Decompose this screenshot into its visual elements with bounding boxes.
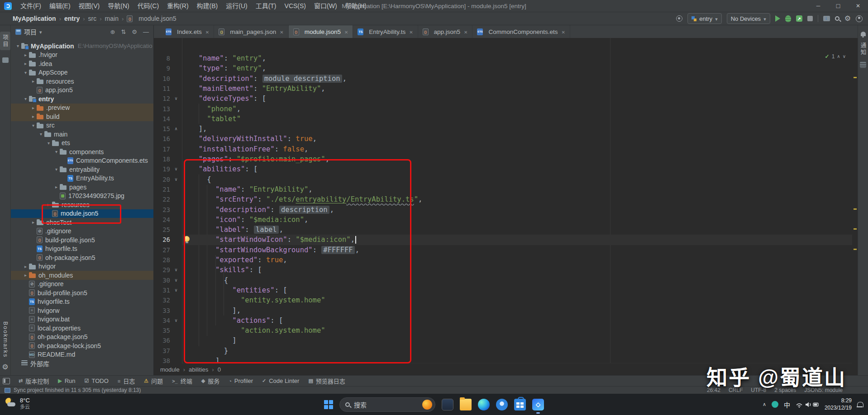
- tab-EntryAbility.ts[interactable]: TSEntryAbility.ts: [353, 25, 418, 38]
- collapse-all-icon[interactable]: [121, 28, 126, 35]
- profiler-button[interactable]: [796, 15, 802, 22]
- tree-item-components[interactable]: components: [11, 147, 153, 156]
- layout-icon[interactable]: [860, 62, 866, 68]
- toolwindow-button-terminal[interactable]: 终端: [168, 376, 196, 387]
- fold-marker-icon[interactable]: [175, 265, 177, 275]
- tree-item-entry[interactable]: entry: [11, 94, 153, 104]
- tree-item-src[interactable]: src: [11, 121, 153, 130]
- debug-button[interactable]: [785, 15, 791, 22]
- tree-chevron-icon[interactable]: [22, 52, 29, 57]
- tree-chevron-icon[interactable]: [30, 220, 37, 225]
- editor-breadcrumb-item[interactable]: abilities: [189, 366, 208, 373]
- menu-item[interactable]: 文件(F): [16, 2, 45, 9]
- device-selector[interactable]: No Devices: [727, 13, 770, 24]
- toolwindow-button-preview[interactable]: 预览器日志: [304, 376, 349, 387]
- taskbar-search[interactable]: 搜索: [339, 397, 435, 412]
- tree-item-AppScope[interactable]: AppScope: [11, 68, 153, 77]
- breadcrumb-item[interactable]: MyApplication: [13, 15, 56, 22]
- breadcrumb-item[interactable]: main: [105, 15, 119, 22]
- editor-breadcrumb-item[interactable]: 0: [218, 366, 221, 373]
- tab-main_pages.json[interactable]: {}main_pages.json: [214, 25, 288, 38]
- toolwindow-button-vcs[interactable]: 版本控制: [14, 376, 53, 387]
- tree-chevron-icon[interactable]: [22, 96, 29, 101]
- tree-item-[interactable]: 外部库: [11, 359, 153, 368]
- toolwindow-button-profiler[interactable]: Profiler: [224, 376, 257, 387]
- tree-item-CommonComponents.ets[interactable]: ETSCommonComponents.ets: [11, 156, 153, 165]
- toolwindow-switcher-icon[interactable]: [3, 378, 10, 384]
- tree-chevron-icon[interactable]: [30, 105, 37, 110]
- tab-close-icon[interactable]: [463, 28, 467, 35]
- fold-marker-icon[interactable]: [175, 285, 177, 295]
- sdk-manager-icon[interactable]: [823, 16, 830, 21]
- tree-chevron-icon[interactable]: [22, 70, 29, 75]
- weather-widget[interactable]: 8°C 多云: [5, 397, 30, 410]
- tree-chevron-icon[interactable]: [22, 273, 29, 278]
- code-highlight-icon[interactable]: [676, 15, 682, 22]
- tree-chevron-icon[interactable]: [30, 123, 37, 128]
- tab-close-icon[interactable]: [408, 28, 413, 35]
- tree-item-hvigorfile.ts[interactable]: TShvigorfile.ts: [11, 297, 153, 307]
- hidden-icons-chevron[interactable]: ∧: [763, 401, 766, 407]
- folder-icon[interactable]: [2, 57, 9, 63]
- tree-item-app.json5[interactable]: {}app.json5: [11, 86, 153, 95]
- project-panel-title[interactable]: 项目: [24, 27, 37, 36]
- toolwindow-button-todo[interactable]: TODO: [81, 376, 113, 387]
- tree-item-README.md[interactable]: MDREADME.md: [11, 350, 153, 359]
- tree-item-build[interactable]: build: [11, 112, 153, 121]
- tab-Index.ets[interactable]: ETSIndex.ets: [161, 25, 214, 38]
- tree-item-1702344909275.jpg[interactable]: 1702344909275.jpg: [11, 192, 153, 201]
- tool-tab-notifications[interactable]: 通知: [859, 42, 868, 56]
- tree-item-MyApplication[interactable]: MyApplicationE:\HarmonyOS\MyApplicatio: [11, 42, 153, 51]
- tree-chevron-icon[interactable]: [45, 141, 52, 146]
- deveco-studio-icon[interactable]: [532, 399, 544, 410]
- tab-close-icon[interactable]: [561, 28, 565, 35]
- run-config-selector[interactable]: entry: [687, 13, 721, 24]
- menu-item[interactable]: VCS(S): [281, 2, 310, 9]
- tree-item-resources[interactable]: resources: [11, 200, 153, 209]
- menu-item[interactable]: 运行(U): [222, 2, 251, 9]
- tool-tab-project[interactable]: 项目: [0, 32, 10, 50]
- tool-tab-bookmarks[interactable]: Bookmarks: [2, 321, 9, 358]
- tab-app.json5[interactable]: {}app.json5: [418, 25, 473, 38]
- tree-item-ohosTest[interactable]: ohosTest: [11, 218, 153, 227]
- edge-icon[interactable]: [478, 399, 490, 410]
- breadcrumb-item[interactable]: src: [88, 15, 97, 22]
- tree-item-resources[interactable]: resources: [11, 77, 153, 86]
- menu-item[interactable]: 视图(V): [75, 2, 104, 9]
- taskbar-clock[interactable]: 8:29 2023/12/19: [825, 397, 852, 411]
- menu-item[interactable]: 代码(C): [134, 2, 163, 9]
- tree-item-module.json5[interactable]: {}module.json5: [11, 209, 153, 218]
- gear-icon[interactable]: [2, 363, 8, 371]
- tree-item-hvigorw.bat[interactable]: ≡hvigorw.bat: [11, 315, 153, 324]
- minimize-button[interactable]: [808, 0, 828, 12]
- tree-item-.gitignore[interactable]: ⊘.gitignore: [11, 227, 153, 236]
- tree-item-entryability[interactable]: entryability: [11, 165, 153, 174]
- tree-item-ohmodules[interactable]: oh_modules: [11, 271, 153, 280]
- file-explorer-icon[interactable]: [460, 399, 472, 410]
- notifications-bell-icon[interactable]: [861, 32, 866, 36]
- panel-settings-icon[interactable]: [132, 28, 137, 35]
- tree-item-oh-package-lock.json5[interactable]: {}oh-package-lock.json5: [11, 341, 153, 350]
- toolwindow-button-problems[interactable]: 问题: [140, 376, 167, 387]
- tree-chevron-icon[interactable]: [45, 202, 52, 207]
- chevron-down-icon[interactable]: [39, 28, 42, 35]
- fold-marker-icon[interactable]: [175, 275, 177, 285]
- toolwindow-button-services[interactable]: 服务: [197, 376, 224, 387]
- tree-chevron-icon[interactable]: [30, 79, 37, 84]
- hide-panel-icon[interactable]: [143, 28, 149, 35]
- network-volume-icons[interactable]: [796, 401, 819, 408]
- toolwindow-button-log[interactable]: 日志: [114, 376, 139, 387]
- status-message[interactable]: Sync project finished in 11 s 305 ms (ye…: [14, 387, 141, 393]
- menu-item[interactable]: 窗口(W): [310, 2, 341, 9]
- search-icon[interactable]: [835, 16, 839, 21]
- toolwindow-button-run[interactable]: Run: [54, 376, 79, 387]
- ime-indicator[interactable]: 中: [784, 400, 790, 409]
- editor-breadcrumb-item[interactable]: module: [160, 366, 180, 373]
- settings-gear-icon[interactable]: [844, 15, 851, 22]
- tree-item-build-profile.json5[interactable]: {}build-profile.json5: [11, 288, 153, 297]
- tree-item-build-profile.json5[interactable]: {}build-profile.json5: [11, 236, 153, 245]
- tab-CommonComponents.ets[interactable]: ETSCommonComponents.ets: [472, 25, 570, 38]
- tree-item-EntryAbility.ts[interactable]: TSEntryAbility.ts: [11, 174, 153, 183]
- tree-item-oh-package.json5[interactable]: {}oh-package.json5: [11, 333, 153, 342]
- menu-item[interactable]: 导航(N): [104, 2, 133, 9]
